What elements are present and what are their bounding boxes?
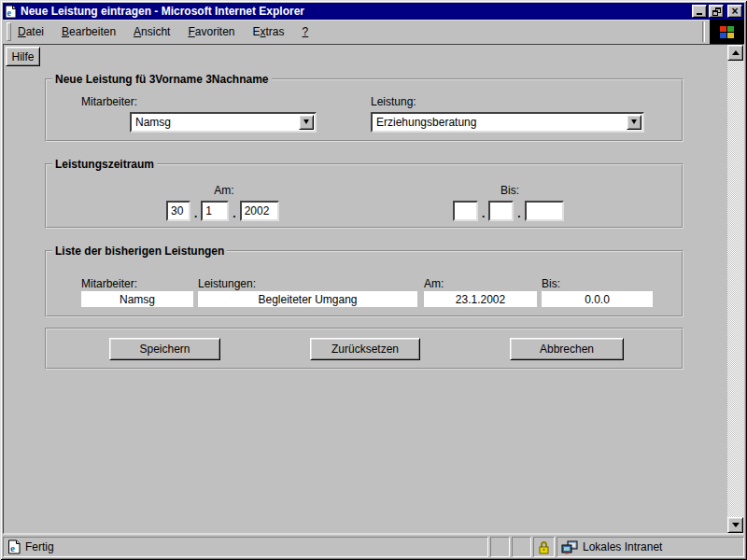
status-text: Fertig (25, 540, 54, 553)
bis-day-input[interactable] (453, 201, 478, 221)
ie-page-icon: e (5, 5, 17, 19)
menu-item-ansicht[interactable]: Ansicht (134, 25, 170, 38)
bis-year-input[interactable] (525, 201, 564, 221)
am-date-group: . . (166, 201, 279, 221)
restore-button[interactable] (709, 5, 724, 18)
leistung-label: Leistung: (371, 95, 416, 108)
close-button[interactable]: × (727, 5, 742, 18)
bis-month-input[interactable] (488, 201, 514, 221)
menu-divider (702, 21, 705, 42)
fieldset-liste-leistungen: Liste der bisherigen Leistungen Mitarbei… (45, 245, 684, 317)
table-cell-mitarbeiter: Namsg (81, 291, 193, 307)
lock-icon (538, 540, 550, 554)
leistung-select-value: Erziehungsberatung (373, 116, 627, 129)
browser-window: e Neue Leistung eintragen - Microsoft In… (0, 0, 747, 560)
column-header-bis: Bis: (542, 277, 560, 290)
menu-item-favoriten[interactable]: Favoriten (188, 25, 234, 38)
bis-date-group: . . (453, 201, 564, 221)
fieldset-liste-legend: Liste der bisherigen Leistungen (52, 245, 227, 258)
minimize-button[interactable] (692, 5, 707, 18)
column-header-leistungen: Leistungen: (198, 277, 256, 290)
close-icon: × (731, 6, 738, 17)
leistung-select[interactable]: Erziehungsberatung (371, 112, 644, 133)
fieldset-neue-leistung-legend: Neue Leistung fü 3Vorname 3Nachname (52, 73, 272, 86)
bis-label: Bis: (453, 184, 567, 197)
menu-item-bearbeiten[interactable]: Bearbeiten (62, 25, 116, 38)
button-groupbox: Speichern Zurücksetzen Abbrechen (45, 328, 684, 370)
am-year-input[interactable] (240, 201, 279, 221)
am-day-input[interactable] (166, 201, 190, 221)
scroll-up-icon (732, 47, 740, 55)
scroll-down-icon (732, 523, 740, 531)
help-button[interactable]: Hilfe (6, 47, 40, 66)
intranet-zone-icon (561, 540, 578, 554)
svg-text:e: e (10, 542, 15, 553)
am-month-input[interactable] (201, 201, 229, 221)
mitarbeiter-select[interactable]: Namsg (130, 112, 317, 133)
menu-item-extras[interactable]: Extras (253, 25, 285, 38)
status-pane-zone: Lokales Intranet (557, 537, 744, 557)
fieldset-leistungszeitraum: Leistungszeitraum Am: . . Bis: . . (45, 158, 684, 229)
status-ie-icon: e (7, 539, 21, 554)
mitarbeiter-label: Mitarbeiter: (81, 95, 137, 108)
status-pane-empty-2 (512, 537, 531, 557)
page-body: Hilfe Neue Leistung fü 3Vorname 3Nachnam… (4, 45, 727, 533)
status-pane-empty-1 (490, 537, 510, 557)
restore-icon (712, 7, 721, 16)
scroll-down-button[interactable] (727, 517, 743, 533)
table-cell-leistungen: Begleiteter Umgang (198, 291, 417, 307)
windows-flag-icon (720, 26, 734, 38)
cancel-button[interactable]: Abbrechen (510, 338, 624, 360)
throbber-windows-logo (710, 20, 744, 44)
save-button[interactable]: Speichern (109, 338, 220, 360)
column-header-am: Am: (424, 277, 444, 290)
menu-bar: Datei Bearbeiten Ansicht Favoriten Extra… (3, 20, 744, 44)
status-bar: e Fertig Lokales Intranet (3, 534, 744, 557)
minimize-icon (697, 13, 702, 15)
am-label: Am: (166, 184, 282, 197)
zone-text: Lokales Intranet (583, 540, 662, 553)
table-cell-bis: 0.0.0 (542, 291, 653, 307)
svg-text:e: e (7, 7, 12, 18)
mitarbeiter-dropdown-arrow-icon[interactable] (299, 115, 314, 130)
menu-item-hilfe-fragezeichen[interactable]: ? (303, 25, 309, 38)
menu-gripper[interactable] (7, 22, 11, 41)
document-area: Hilfe Neue Leistung fü 3Vorname 3Nachnam… (3, 44, 744, 534)
date-separator: . (194, 207, 197, 220)
fieldset-leistungszeitraum-legend: Leistungszeitraum (52, 158, 157, 171)
menu-item-datei[interactable]: Datei (18, 25, 44, 38)
date-separator: . (233, 207, 235, 220)
scroll-up-button[interactable] (727, 45, 743, 61)
column-header-mitarbeiter: Mitarbeiter: (81, 277, 137, 290)
window-title: Neue Leistung eintragen - Microsoft Inte… (21, 5, 690, 18)
leistung-dropdown-arrow-icon[interactable] (627, 115, 641, 130)
fieldset-neue-leistung: Neue Leistung fü 3Vorname 3Nachname Mita… (45, 73, 684, 142)
date-separator: . (517, 207, 520, 220)
status-pane-security (533, 537, 555, 557)
title-bar[interactable]: e Neue Leistung eintragen - Microsoft In… (3, 3, 744, 20)
mitarbeiter-select-value: Namsg (132, 116, 299, 129)
table-cell-am: 23.1.2002 (424, 291, 537, 307)
reset-button[interactable]: Zurücksetzen (310, 338, 420, 360)
vertical-scrollbar[interactable] (727, 45, 743, 533)
status-pane-main: e Fertig (3, 537, 488, 557)
date-separator: . (482, 207, 485, 220)
